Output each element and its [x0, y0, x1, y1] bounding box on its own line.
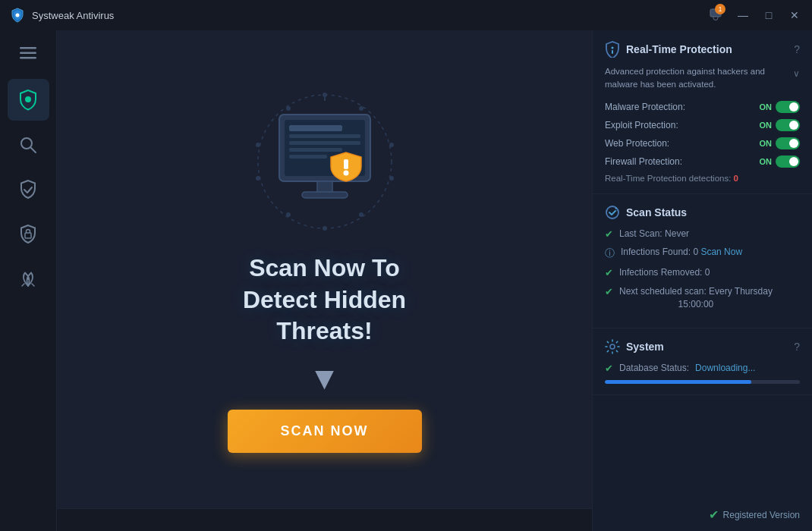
- svg-rect-8: [25, 233, 31, 238]
- next-scan-row: ✔ Next scheduled scan: Every Thursday 15…: [605, 285, 800, 311]
- sidebar: [0, 30, 57, 531]
- heading-line2: Detect Hidden: [243, 284, 406, 316]
- last-scan-check-icon: ✔: [605, 228, 613, 240]
- sidebar-item-protection[interactable]: [8, 79, 49, 121]
- registered-version-row: ✔ Registered Version: [593, 498, 812, 531]
- arrow-down-icon: ▼: [309, 363, 341, 394]
- firewall-label: Firewall Protection:: [605, 156, 682, 167]
- svg-rect-28: [289, 148, 342, 152]
- realtime-title: Real-Time Protection: [626, 43, 732, 55]
- menu-button[interactable]: [9, 38, 47, 68]
- malware-state: ON: [760, 102, 773, 112]
- svg-rect-3: [20, 52, 36, 55]
- realtime-header: Real-Time Protection ?: [605, 41, 800, 58]
- svg-point-19: [256, 143, 260, 147]
- scan-title-group: Scan Status: [605, 205, 687, 220]
- chevron-icon[interactable]: ∨: [793, 67, 800, 80]
- malware-toggle[interactable]: ON: [760, 101, 801, 113]
- svg-point-18: [256, 176, 260, 181]
- svg-rect-2: [20, 47, 36, 49]
- malware-switch[interactable]: [776, 101, 800, 113]
- firewall-toggle[interactable]: ON: [760, 156, 801, 168]
- exploit-toggle-row: Exploit Protection: ON: [605, 119, 800, 131]
- detections-count: 0: [734, 174, 738, 183]
- svg-point-37: [610, 344, 615, 349]
- infections-found-row: ⓘ Infections Found: 0 Scan Now: [605, 246, 800, 260]
- bottom-bar: [57, 508, 592, 531]
- detection-row: Real-Time Protection detections: 0: [605, 174, 800, 183]
- monitor-illustration: [241, 86, 408, 237]
- scan-heading: Scan Now To Detect Hidden Threats!: [243, 253, 406, 347]
- infections-removed-icon: ✔: [605, 267, 613, 278]
- exploit-label: Exploit Protection:: [605, 120, 678, 130]
- title-bar: Systweak Antivirus 1 — □ ✕: [0, 0, 812, 30]
- sidebar-item-scan[interactable]: [8, 124, 49, 165]
- infections-info-icon: ⓘ: [605, 247, 615, 260]
- realtime-title-group: Real-Time Protection: [605, 41, 732, 58]
- shield-info-icon: [605, 41, 620, 58]
- svg-rect-31: [302, 192, 348, 198]
- system-help-icon[interactable]: ?: [794, 341, 800, 353]
- firewall-state: ON: [760, 157, 773, 166]
- realtime-protection-section: Real-Time Protection ? Advanced protecti…: [593, 30, 812, 194]
- web-toggle[interactable]: ON: [760, 137, 801, 149]
- svg-point-5: [25, 96, 31, 102]
- monitor-icon: [268, 107, 382, 217]
- firewall-switch[interactable]: [776, 156, 800, 168]
- db-progress-bar: [605, 380, 800, 384]
- sidebar-item-optimizer[interactable]: [8, 258, 49, 300]
- scan-now-button[interactable]: SCAN NOW: [228, 410, 422, 453]
- db-status-label: Database Status:: [619, 362, 689, 375]
- app-title: Systweak Antivirus: [32, 10, 114, 21]
- svg-point-9: [27, 277, 30, 280]
- main-layout: Scan Now To Detect Hidden Threats! ▼ SCA…: [0, 30, 812, 531]
- system-title: System: [626, 341, 664, 353]
- minimize-button[interactable]: —: [732, 6, 754, 24]
- infections-removed-row: ✔ Infections Removed: 0: [605, 266, 800, 279]
- exploit-switch[interactable]: [776, 119, 800, 131]
- content-wrapper: Scan Now To Detect Hidden Threats! ▼ SCA…: [57, 30, 592, 531]
- content-area: Scan Now To Detect Hidden Threats! ▼ SCA…: [57, 30, 592, 531]
- title-bar-left: Systweak Antivirus: [9, 7, 114, 24]
- heading-line1: Scan Now To: [243, 253, 406, 284]
- svg-point-36: [606, 206, 618, 218]
- next-scan-icon: ✔: [605, 286, 613, 297]
- sidebar-item-safeweb[interactable]: [8, 168, 49, 210]
- sidebar-item-identity[interactable]: [8, 213, 49, 255]
- registered-text: Registered Version: [723, 510, 800, 520]
- infections-found-text: Infections Found: 0 Scan Now: [621, 246, 742, 259]
- registered-check-icon: ✔: [709, 507, 719, 522]
- exploit-state: ON: [760, 121, 773, 130]
- web-toggle-row: Web Protection: ON: [605, 137, 800, 149]
- protection-desc-text: Advanced protection against hackers and …: [605, 65, 788, 92]
- web-label: Web Protection:: [605, 138, 669, 149]
- maximize-button[interactable]: □: [757, 6, 780, 24]
- svg-rect-25: [289, 125, 342, 131]
- scan-now-link[interactable]: Scan Now: [700, 247, 742, 257]
- scan-status-title: Scan Status: [626, 206, 687, 218]
- scan-status-header: Scan Status: [605, 205, 800, 220]
- exploit-toggle[interactable]: ON: [760, 119, 801, 131]
- db-progress-fill: [605, 380, 751, 384]
- svg-point-13: [389, 143, 394, 147]
- right-panel: Real-Time Protection ? Advanced protecti…: [592, 30, 812, 531]
- next-scan-text: Next scheduled scan: Every Thursday 15:0…: [619, 285, 773, 311]
- db-status-check-icon: ✔: [605, 363, 613, 374]
- malware-label: Malware Protection:: [605, 102, 685, 112]
- web-switch[interactable]: [776, 137, 800, 149]
- system-header: System ?: [605, 339, 800, 354]
- infections-removed-text: Infections Removed: 0: [619, 266, 710, 279]
- web-state: ON: [760, 139, 773, 148]
- system-title-group: System: [605, 339, 664, 354]
- svg-point-34: [612, 47, 614, 49]
- close-button[interactable]: ✕: [783, 6, 806, 24]
- realtime-help-icon[interactable]: ?: [794, 43, 800, 55]
- app-logo-icon: [9, 7, 26, 24]
- last-scan-row: ✔ Last Scan: Never: [605, 228, 800, 240]
- scan-status-icon: [605, 205, 620, 220]
- notif-badge: 1: [715, 4, 725, 14]
- svg-rect-4: [20, 57, 36, 59]
- window-controls: 1 — □ ✕: [709, 6, 806, 24]
- notification-icon[interactable]: 1: [709, 7, 722, 24]
- svg-rect-29: [289, 155, 327, 159]
